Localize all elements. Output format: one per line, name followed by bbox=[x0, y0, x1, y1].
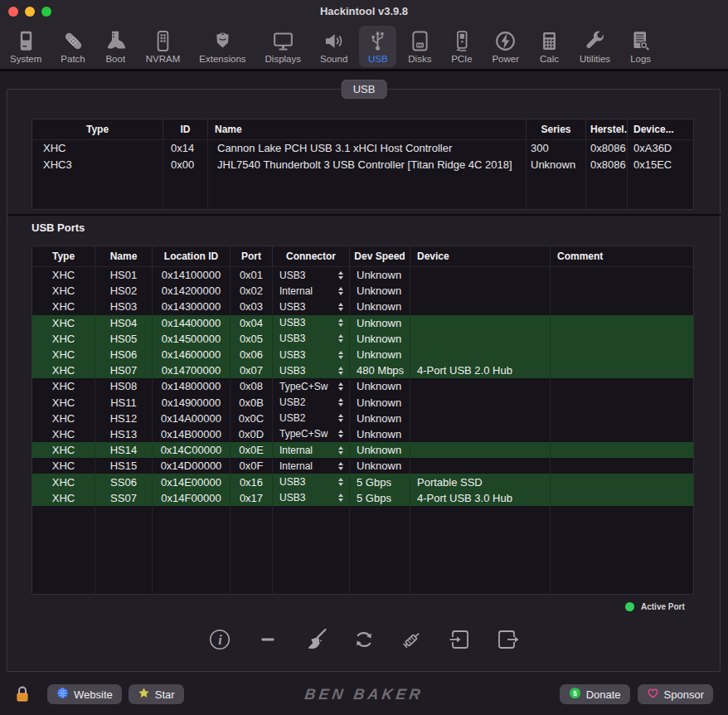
connector-dropdown[interactable]: TypeC+Sw bbox=[273, 378, 350, 394]
usb-controller-row[interactable]: XHC0x14Cannon Lake PCH USB 3.1 xHCI Host… bbox=[32, 140, 693, 157]
port-cell-comment bbox=[551, 267, 693, 283]
toolbar-item-power[interactable]: Power bbox=[484, 26, 527, 67]
connector-dropdown[interactable]: USB2 bbox=[273, 411, 350, 426]
inject-button[interactable] bbox=[400, 626, 425, 654]
sponsor-button[interactable]: Sponsor bbox=[638, 684, 713, 704]
empty-cell bbox=[231, 506, 273, 594]
footer-bar: BEN BAKER Website Star $ Donate Sponsor bbox=[15, 683, 713, 706]
toolbar-item-displays[interactable]: Displays bbox=[258, 26, 308, 67]
toolbar-item-boot[interactable]: Boot bbox=[97, 26, 134, 67]
connector-dropdown[interactable]: USB3 bbox=[273, 362, 350, 378]
toolbar-item-patch[interactable]: Patch bbox=[53, 26, 92, 67]
connector-dropdown-chevrons-icon bbox=[338, 398, 343, 406]
website-button[interactable]: Website bbox=[47, 684, 122, 704]
connector-dropdown-chevrons-icon bbox=[338, 446, 343, 455]
star-button[interactable]: Star bbox=[129, 684, 184, 704]
usb-port-row[interactable]: XHCHS060x146000000x06USB3Unknown bbox=[32, 347, 693, 362]
connector-dropdown[interactable]: USB3 bbox=[273, 347, 350, 362]
import-icon bbox=[448, 627, 473, 654]
port-cell-dev-speed: Unknown bbox=[350, 267, 410, 283]
column-header-port[interactable]: Port bbox=[231, 246, 273, 266]
toolbar-item-sound[interactable]: Sound bbox=[313, 26, 355, 67]
column-header-location-id[interactable]: Location ID bbox=[153, 246, 231, 266]
usb-controller-row[interactable]: XHC30x00JHL7540 Thunderbolt 3 USB Contro… bbox=[32, 157, 693, 173]
column-header-name[interactable]: Name bbox=[208, 119, 527, 139]
connector-dropdown[interactable]: USB3 bbox=[273, 474, 350, 489]
nvram-chip-icon bbox=[152, 28, 174, 53]
globe-icon bbox=[56, 687, 69, 702]
usb-port-row[interactable]: XHCSS070x14F000000x17USB35 Gbps4-Port US… bbox=[32, 490, 693, 506]
broom-icon bbox=[303, 627, 328, 654]
info-button[interactable]: i bbox=[207, 626, 232, 654]
toolbar-item-nvram[interactable]: NVRAM bbox=[138, 26, 188, 67]
toolbar-item-system[interactable]: System bbox=[2, 26, 49, 67]
connector-dropdown[interactable]: TypeC+Sw bbox=[273, 426, 350, 442]
column-header-name[interactable]: Name bbox=[95, 246, 153, 266]
toolbar-item-usb[interactable]: USB bbox=[359, 26, 396, 67]
donate-button[interactable]: $ Donate bbox=[560, 684, 630, 704]
connector-dropdown[interactable]: USB3 bbox=[273, 490, 350, 506]
usb-port-row[interactable]: XHCHS080x148000000x08TypeC+SwUnknown bbox=[32, 378, 693, 394]
column-header-device[interactable]: Device bbox=[410, 246, 551, 266]
connector-dropdown[interactable]: USB3 bbox=[273, 315, 350, 331]
connector-dropdown[interactable]: USB3 bbox=[273, 299, 350, 314]
toolbar-item-logs[interactable]: Logs bbox=[622, 26, 659, 67]
usb-port-row[interactable]: XHCHS020x142000000x02InternalUnknown bbox=[32, 283, 693, 299]
column-header-type[interactable]: Type bbox=[32, 119, 163, 139]
connector-dropdown-chevrons-icon bbox=[338, 319, 343, 327]
usb-port-row[interactable]: XHCHS110x149000000x0BUSB2Unknown bbox=[32, 395, 693, 411]
connector-dropdown[interactable]: Internal bbox=[273, 458, 350, 474]
usb-port-row[interactable]: XHCHS010x141000000x01USB3Unknown bbox=[32, 267, 693, 283]
boot-icon bbox=[104, 28, 127, 53]
remove-button[interactable] bbox=[255, 626, 280, 654]
port-cell-comment bbox=[551, 362, 693, 378]
display-icon bbox=[272, 28, 294, 53]
usb-port-row[interactable]: XHCHS040x144000000x04USB3Unknown bbox=[32, 315, 693, 331]
usb-port-row[interactable]: XHCHS150x14D000000x0FInternalUnknown bbox=[32, 458, 693, 474]
usb-port-row[interactable]: XHCHS140x14C000000x0EInternalUnknown bbox=[32, 442, 693, 458]
toolbar-item-label: Calc bbox=[540, 54, 559, 64]
clean-button[interactable] bbox=[303, 626, 328, 654]
column-header-id[interactable]: ID bbox=[163, 119, 208, 139]
port-cell-dev-speed: Unknown bbox=[350, 283, 410, 299]
port-cell-name: HS02 bbox=[95, 283, 153, 299]
column-header-comment[interactable]: Comment bbox=[551, 246, 693, 266]
port-cell-port: 0x03 bbox=[231, 299, 273, 314]
column-header-dev-speed[interactable]: Dev Speed bbox=[350, 246, 410, 266]
column-header-hersteller[interactable]: Herstel... bbox=[586, 119, 628, 139]
connector-dropdown[interactable]: USB3 bbox=[273, 331, 350, 347]
usb-port-row[interactable]: XHCHS120x14A000000x0CUSB2Unknown bbox=[32, 411, 693, 426]
toolbar-item-calc[interactable]: Calc bbox=[531, 26, 568, 67]
connector-dropdown-chevrons-icon bbox=[338, 382, 343, 391]
export-button[interactable] bbox=[496, 626, 521, 654]
controller-cell-name: JHL7540 Thunderbolt 3 USB Controller [Ti… bbox=[208, 157, 527, 173]
usb-tab-badge[interactable]: USB bbox=[342, 80, 387, 99]
port-cell-name: HS01 bbox=[95, 267, 153, 283]
usb-port-row[interactable]: XHCHS070x147000000x07USB3480 Mbps4-Port … bbox=[32, 362, 693, 378]
connector-dropdown[interactable]: USB2 bbox=[273, 395, 350, 411]
port-cell-comment bbox=[551, 395, 693, 411]
usb-port-row[interactable]: XHCSS060x14E000000x16USB35 GbpsPortable … bbox=[32, 474, 693, 489]
port-cell-name: HS07 bbox=[95, 362, 153, 378]
toolbar-item-extensions[interactable]: Extensions bbox=[192, 26, 253, 67]
connector-dropdown[interactable]: Internal bbox=[273, 283, 350, 299]
refresh-button[interactable] bbox=[352, 626, 376, 654]
usb-port-row[interactable]: XHCHS130x14B000000x0DTypeC+SwUnknown bbox=[32, 426, 693, 442]
usb-port-row[interactable]: XHCHS050x145000000x05USB3Unknown bbox=[32, 331, 693, 347]
lock-icon[interactable] bbox=[15, 685, 30, 703]
toolbar-item-disks[interactable]: Disks bbox=[400, 26, 439, 67]
connector-dropdown[interactable]: Internal bbox=[273, 442, 350, 458]
column-header-device-id[interactable]: Device... bbox=[628, 119, 693, 139]
toolbar-item-utilities[interactable]: Utilities bbox=[572, 26, 618, 67]
import-button[interactable] bbox=[448, 626, 473, 654]
column-header-series[interactable]: Series bbox=[527, 119, 586, 139]
sponsor-button-label: Sponsor bbox=[664, 688, 704, 701]
column-header-type[interactable]: Type bbox=[32, 246, 95, 266]
connector-dropdown[interactable]: USB3 bbox=[273, 267, 350, 283]
connector-dropdown-chevrons-icon bbox=[338, 287, 343, 295]
toolbar-item-pcie[interactable]: PCIe bbox=[443, 26, 480, 67]
port-cell-location_id: 0x14C00000 bbox=[153, 442, 231, 458]
export-icon bbox=[496, 627, 521, 654]
column-header-connector[interactable]: Connector bbox=[273, 246, 350, 266]
usb-port-row[interactable]: XHCHS030x143000000x03USB3Unknown bbox=[32, 299, 693, 314]
